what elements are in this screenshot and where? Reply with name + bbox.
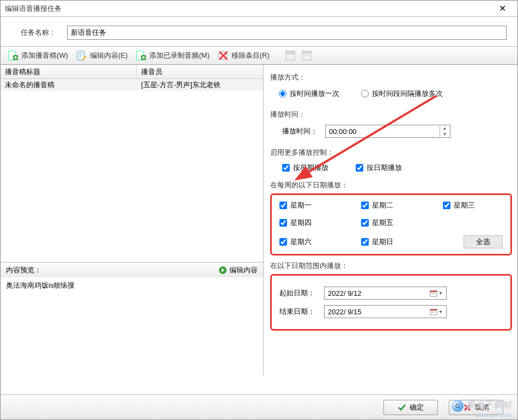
col-title[interactable]: 播音稿标题 bbox=[1, 65, 137, 78]
chk-by-week-label: 按星期播放 bbox=[293, 163, 328, 173]
more-ctrl-label: 启用更多播放控制： bbox=[270, 148, 512, 157]
add-script-button[interactable]: 添加播音稿(W) bbox=[4, 48, 71, 63]
start-date-picker[interactable]: ▼ bbox=[428, 288, 445, 298]
chk-wed[interactable]: 星期三 bbox=[443, 200, 503, 210]
edit-doc-icon bbox=[76, 50, 88, 62]
row-anchor: [五星-方言-男声]东北老铁 bbox=[137, 79, 263, 91]
task-name-input[interactable] bbox=[67, 26, 507, 40]
radio-once[interactable]: 按时间播放一次 bbox=[279, 89, 339, 99]
more-ctrl-row: 按星期播放 按日期播放 bbox=[270, 161, 512, 178]
watermark: G极光下载站 www.xz7.com bbox=[452, 399, 512, 418]
svg-rect-18 bbox=[432, 312, 433, 313]
play-method-label: 播放方式： bbox=[270, 72, 512, 82]
svg-rect-13 bbox=[430, 291, 437, 293]
add-recorded-button[interactable]: 添加已录制音频(M) bbox=[132, 48, 213, 63]
chk-by-date-input[interactable] bbox=[356, 164, 363, 172]
window-title: 编辑语音播报任务 bbox=[5, 4, 491, 14]
list-row[interactable]: 未命名的播音稿 [五星-方言-男声]东北老铁 bbox=[1, 79, 263, 91]
spin-up-icon[interactable]: ▲ bbox=[440, 126, 449, 132]
chk-by-date-label: 按日期播放 bbox=[367, 163, 402, 173]
ok-label: 确定 bbox=[410, 403, 424, 412]
preview-edit-button[interactable]: 编辑内容 bbox=[218, 265, 258, 275]
svg-rect-15 bbox=[434, 293, 435, 294]
calendar-icon bbox=[430, 308, 437, 315]
play-time-input[interactable]: ▲▼ bbox=[325, 125, 450, 138]
right-pane: 播放方式： 按时间播放一次 按时间段间隔播放多次 播放时间： 播放时间： ▲▼ … bbox=[264, 65, 517, 375]
play-time-field-label: 播放时间： bbox=[282, 126, 318, 136]
titlebar: 编辑语音播报任务 ✕ bbox=[1, 1, 517, 17]
spin-down-icon[interactable]: ▼ bbox=[440, 132, 449, 138]
end-date-value[interactable] bbox=[328, 308, 443, 316]
chk-sun[interactable]: 星期日 bbox=[361, 237, 443, 247]
list-body[interactable]: 未命名的播音稿 [五星-方言-男声]东北老铁 bbox=[1, 79, 263, 262]
date-range-label: 在以下日期范围内播放： bbox=[270, 261, 512, 271]
end-date-input[interactable]: ▼ bbox=[324, 305, 447, 318]
add-audio-icon bbox=[135, 50, 147, 62]
add-doc-icon bbox=[7, 50, 19, 62]
col-anchor[interactable]: 播音员 bbox=[137, 65, 263, 78]
svg-rect-14 bbox=[432, 293, 433, 294]
chk-by-week[interactable]: 按星期播放 bbox=[282, 163, 328, 173]
edit-content-button[interactable]: 编辑内容(E) bbox=[72, 48, 131, 63]
end-date-label: 结束日期： bbox=[279, 307, 318, 316]
svg-rect-7 bbox=[286, 51, 295, 54]
chk-by-week-input[interactable] bbox=[282, 164, 290, 172]
chevron-down-icon: ▼ bbox=[438, 291, 443, 296]
edit-content-label: 编辑内容(E) bbox=[90, 51, 127, 60]
start-date-row: 起始日期： ▼ bbox=[279, 287, 503, 300]
footer: 确定 取消 bbox=[1, 394, 517, 419]
add-script-label: 添加播音稿(W) bbox=[21, 51, 68, 60]
radio-once-input[interactable] bbox=[279, 90, 287, 98]
remove-item-label: 移除条目(R) bbox=[231, 51, 270, 60]
left-pane: 播音稿标题 播音员 未命名的播音稿 [五星-方言-男声]东北老铁 内容预览： 编… bbox=[1, 65, 264, 375]
close-icon[interactable]: ✕ bbox=[491, 3, 513, 14]
end-date-picker[interactable]: ▼ bbox=[428, 307, 445, 316]
end-date-row: 结束日期： ▼ bbox=[279, 305, 503, 318]
chk-thu[interactable]: 星期四 bbox=[279, 218, 361, 228]
radio-repeat[interactable]: 按时间段间隔播放多次 bbox=[361, 89, 443, 99]
watermark-logo-icon: G bbox=[452, 400, 464, 412]
ok-button[interactable]: 确定 bbox=[383, 400, 438, 415]
row-title: 未命名的播音稿 bbox=[1, 79, 137, 91]
calendar-icon bbox=[430, 289, 437, 297]
radio-repeat-input[interactable] bbox=[361, 90, 369, 98]
remove-icon bbox=[217, 50, 229, 62]
radio-once-label: 按时间播放一次 bbox=[290, 89, 339, 99]
preview-text: 奥法海南鸡饭is烦恼搜 bbox=[6, 281, 258, 290]
chk-mon[interactable]: 星期一 bbox=[279, 200, 361, 210]
preview-edit-label: 编辑内容 bbox=[229, 265, 258, 275]
view-list-icon[interactable] bbox=[299, 49, 314, 62]
toolbar: 添加播音稿(W) 编辑内容(E) 添加已录制音频(M) 移除条目(R) bbox=[1, 46, 517, 65]
radio-repeat-label: 按时间段间隔播放多次 bbox=[372, 89, 443, 99]
view-large-icon[interactable] bbox=[283, 49, 298, 62]
week-box: 星期一 星期二 星期三 星期四 星期五 星期六 星期日 全选 bbox=[270, 193, 512, 255]
chk-tue[interactable]: 星期二 bbox=[361, 200, 443, 210]
svg-rect-17 bbox=[430, 309, 437, 311]
start-date-input[interactable]: ▼ bbox=[324, 287, 447, 300]
preview-body: 奥法海南鸡饭is烦恼搜 bbox=[1, 277, 263, 375]
time-spinner[interactable]: ▲▼ bbox=[440, 126, 449, 138]
preview-header: 内容预览： 编辑内容 bbox=[1, 262, 263, 277]
chk-sat[interactable]: 星期六 bbox=[279, 237, 361, 247]
watermark-line1: 极光下载站 bbox=[466, 400, 512, 409]
remove-item-button[interactable]: 移除条目(R) bbox=[214, 48, 273, 63]
play-time-label: 播放时间： bbox=[270, 109, 512, 119]
watermark-line2: www.xz7.com bbox=[476, 412, 512, 418]
preview-label: 内容预览： bbox=[6, 265, 218, 275]
middle-area: 播音稿标题 播音员 未命名的播音稿 [五星-方言-男声]东北老铁 内容预览： 编… bbox=[1, 65, 517, 375]
list-header: 播音稿标题 播音员 bbox=[1, 65, 263, 79]
play-method-options: 按时间播放一次 按时间段间隔播放多次 bbox=[270, 86, 512, 107]
svg-rect-9 bbox=[302, 51, 312, 54]
chk-by-date[interactable]: 按日期播放 bbox=[356, 163, 402, 173]
play-time-value[interactable] bbox=[329, 127, 447, 136]
chevron-down-icon: ▼ bbox=[438, 309, 443, 314]
svg-rect-19 bbox=[434, 312, 435, 313]
svg-rect-10 bbox=[302, 54, 312, 57]
check-icon bbox=[398, 403, 406, 412]
start-date-value[interactable] bbox=[328, 289, 443, 297]
select-all-button[interactable]: 全选 bbox=[464, 235, 503, 248]
date-range-box: 起始日期： ▼ 结束日期： ▼ bbox=[270, 274, 512, 331]
task-name-row: 任务名称： bbox=[1, 17, 517, 46]
chk-fri[interactable]: 星期五 bbox=[361, 218, 443, 228]
add-recorded-label: 添加已录制音频(M) bbox=[149, 51, 210, 60]
